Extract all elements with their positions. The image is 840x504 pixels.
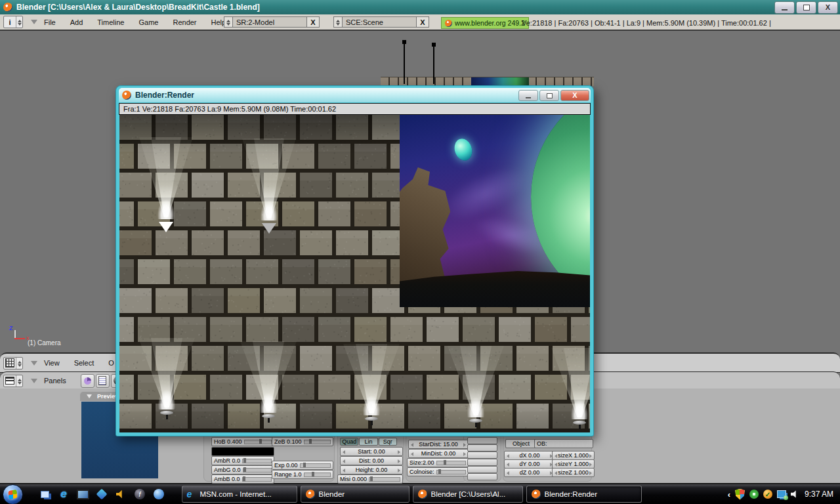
- texture-slot-button[interactable]: [467, 473, 497, 480]
- castle-model-top-edge: [381, 77, 594, 86]
- screen-selector[interactable]: SR:2-Model X: [224, 16, 320, 28]
- menu-object[interactable]: O: [108, 359, 114, 367]
- security-shield-icon[interactable]: [735, 489, 745, 500]
- switch-windows-icon[interactable]: [38, 488, 51, 501]
- task-buttons: e MSN.com - Internet... Blender Blender …: [180, 486, 643, 503]
- mist-dist-field[interactable]: Dist: 0.00: [340, 456, 403, 465]
- blender-menubar: i File Add Timeline Game Render Help SR:…: [0, 14, 840, 31]
- header-collapse-icon[interactable]: [31, 379, 37, 383]
- header-collapse-icon[interactable]: [31, 20, 37, 24]
- header-collapse-icon[interactable]: [31, 361, 37, 366]
- texture-slot-button[interactable]: [467, 444, 497, 452]
- screen-delete-button[interactable]: X: [307, 16, 320, 28]
- main-window-title: Blender [C:\Users\Alex & Laura\Desktop\B…: [16, 3, 260, 12]
- tray-volume-icon[interactable]: [791, 490, 798, 498]
- task-msn[interactable]: e MSN.com - Internet...: [182, 486, 297, 503]
- window-type-stepper[interactable]: [16, 16, 22, 28]
- screen-selector-stepper[interactable]: [224, 16, 233, 28]
- screen-selector-value[interactable]: SR:2-Model: [233, 16, 307, 28]
- blender-version-badge[interactable]: www.blender.org 249.2: [441, 17, 529, 29]
- menu-timeline[interactable]: Timeline: [97, 18, 124, 26]
- internet-explorer-icon: e: [187, 490, 196, 499]
- task-blender-file[interactable]: Blender [C:\Users\Al...: [413, 486, 523, 503]
- mist-sqr-button[interactable]: Sqr: [379, 438, 397, 446]
- render-close-button[interactable]: X: [560, 90, 589, 101]
- star-dist-field[interactable]: StarDist: 15.00: [408, 440, 469, 449]
- ambient-green-slider[interactable]: AmbG 0.0: [211, 465, 274, 474]
- minimize-button[interactable]: [774, 1, 795, 14]
- mist-intensity-slider[interactable]: Misi 0.000: [337, 474, 403, 484]
- view3d-type-button[interactable]: [3, 357, 23, 369]
- media-app-icon[interactable]: f: [133, 488, 146, 501]
- offset-z-field[interactable]: dZ 0.00: [504, 468, 555, 477]
- texture-slot-button[interactable]: [467, 437, 497, 444]
- horizon-color-swatch[interactable]: [211, 447, 274, 456]
- horizon-blue-slider[interactable]: HoB 0.400: [211, 437, 274, 446]
- star-size-slider[interactable]: Size:2.00: [407, 458, 469, 467]
- render-minimize-button[interactable]: [518, 90, 538, 101]
- render-window[interactable]: Blender:Render X Fra:1 Ve:21818 Fa:20763…: [116, 85, 594, 436]
- render-window-titlebar[interactable]: Blender:Render X: [119, 88, 591, 102]
- task-blender-render[interactable]: Blender:Render: [526, 486, 642, 503]
- internet-explorer-icon[interactable]: e: [57, 488, 70, 501]
- menu-view[interactable]: View: [44, 359, 60, 367]
- menu-game[interactable]: Game: [138, 18, 158, 26]
- main-window-titlebar[interactable]: Blender [C:\Users\Alex & Laura\Desktop\B…: [0, 0, 840, 14]
- scene-selector-stepper[interactable]: [333, 16, 343, 28]
- render-maximize-button[interactable]: [539, 90, 559, 101]
- texture-slot-button[interactable]: [467, 452, 497, 459]
- exposure-slider[interactable]: Exp 0.00: [272, 461, 333, 470]
- size-x-field[interactable]: sizeX 1.000: [552, 451, 595, 460]
- range-slider[interactable]: Range 1.0: [272, 470, 333, 479]
- texture-slot-button[interactable]: [467, 466, 497, 473]
- map-object-button[interactable]: Object: [505, 439, 537, 448]
- size-z-field[interactable]: sizeZ 1.000: [552, 468, 595, 477]
- buttons-type-stepper[interactable]: [16, 375, 22, 387]
- menu-add[interactable]: Add: [70, 18, 83, 26]
- scene-delete-button[interactable]: X: [417, 16, 429, 28]
- offset-x-field[interactable]: dX 0.00: [504, 451, 555, 460]
- script-context-button[interactable]: [96, 374, 110, 388]
- size-y-field[interactable]: sizeY 1.000: [552, 459, 595, 469]
- logic-context-button[interactable]: [81, 374, 94, 388]
- zenith-blue-slider[interactable]: ZeB 0.100: [272, 437, 333, 446]
- task-blender[interactable]: Blender: [301, 486, 410, 503]
- close-button[interactable]: X: [818, 1, 838, 14]
- ambient-red-slider[interactable]: AmbR 0.0: [211, 456, 274, 465]
- ambient-blue-slider[interactable]: AmbB 0.0: [211, 474, 274, 484]
- globe-app-icon[interactable]: [152, 488, 165, 501]
- window-type-button[interactable]: i: [3, 16, 23, 28]
- cube-app-icon[interactable]: [95, 488, 108, 501]
- map-ob-field[interactable]: OB:: [534, 439, 593, 448]
- mist-quad-button[interactable]: Quad: [340, 438, 358, 446]
- offset-y-field[interactable]: dY 0.00: [504, 459, 555, 469]
- scene-selector-value[interactable]: SCE:Scene: [343, 16, 417, 28]
- menu-panels[interactable]: Panels: [44, 377, 66, 385]
- grid-icon: [4, 358, 16, 369]
- show-desktop-icon[interactable]: [76, 488, 89, 501]
- certificate-icon[interactable]: [749, 490, 759, 499]
- mist-start-field[interactable]: Start: 0.00: [340, 447, 403, 456]
- volume-app-icon[interactable]: [114, 488, 127, 501]
- lamp-fixture-disc: [469, 419, 482, 423]
- texture-slot-button[interactable]: [467, 459, 497, 466]
- windows-logo-icon: [8, 490, 17, 499]
- scene-selector[interactable]: SCE:Scene X: [333, 16, 429, 28]
- update-icon[interactable]: ✓: [763, 490, 772, 499]
- start-button[interactable]: [3, 484, 23, 504]
- buttons-type-button[interactable]: [3, 375, 23, 387]
- lamp-object-line: [433, 46, 434, 84]
- restore-button[interactable]: [796, 1, 816, 14]
- system-tray: ‹ ✓: [728, 484, 798, 504]
- mist-lin-button[interactable]: Lin: [359, 438, 377, 446]
- menu-file[interactable]: File: [44, 18, 56, 26]
- star-mindist-field[interactable]: MinDist: 0.00: [408, 449, 469, 458]
- network-icon[interactable]: [777, 490, 786, 498]
- menu-select[interactable]: Select: [74, 359, 94, 367]
- view3d-type-stepper[interactable]: [16, 358, 22, 369]
- hidden-icons-chevron[interactable]: ‹: [728, 490, 730, 499]
- render-window-title: Blender:Render: [135, 91, 194, 100]
- menu-render[interactable]: Render: [173, 18, 196, 26]
- mist-height-field[interactable]: Height: 0.00: [340, 465, 403, 474]
- star-colnoise-slider[interactable]: Colnoise:: [407, 467, 469, 476]
